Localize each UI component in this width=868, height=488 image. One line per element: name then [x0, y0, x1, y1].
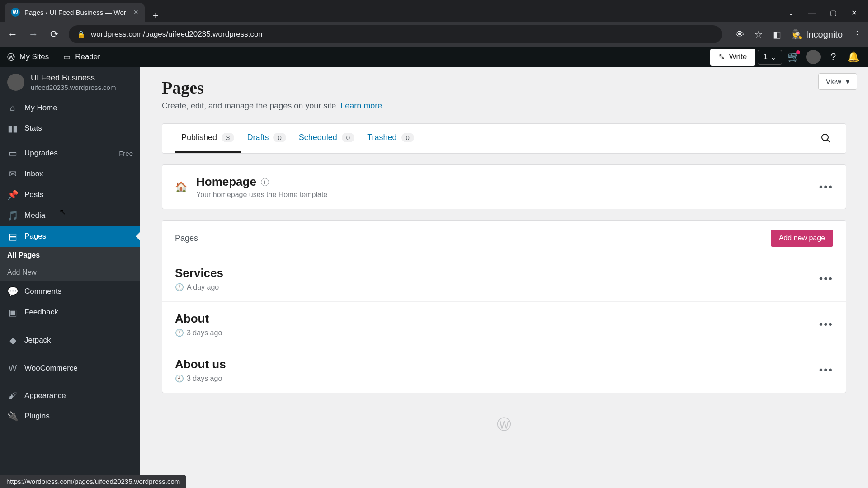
browser-status-bar: https://wordpress.com/pages/uifeed20235.… [0, 475, 186, 488]
page-description: Create, edit, and manage the pages on yo… [162, 101, 846, 111]
my-sites-link[interactable]: Ⓦ My Sites [0, 47, 56, 67]
bell-icon[interactable]: 🔔 [844, 48, 862, 66]
site-switcher[interactable]: UI Feed Business uifeed20235.wordpress.c… [0, 67, 140, 98]
close-tab-icon[interactable]: × [133, 8, 138, 17]
reader-link[interactable]: ▭ Reader [56, 47, 108, 67]
reload-icon[interactable]: ⟳ [48, 28, 61, 40]
sidebar-item-feedback[interactable]: ▣Feedback [0, 302, 140, 323]
info-icon[interactable]: i [261, 178, 269, 186]
url-input[interactable]: 🔒 wordpress.com/pages/uifeed20235.wordpr… [69, 25, 722, 43]
homepage-title: Homepage i [196, 175, 327, 189]
search-icon[interactable] [819, 124, 833, 153]
sidebar-item-posts[interactable]: 📌Posts [0, 184, 140, 205]
svg-line-1 [827, 140, 830, 142]
submenu-add-new[interactable]: Add New [0, 264, 140, 281]
pen-icon: ✎ [718, 52, 725, 62]
url-text: wordpress.com/pages/uifeed20235.wordpres… [91, 30, 265, 39]
account-avatar[interactable] [805, 48, 822, 66]
site-name: UI Feed Business [31, 73, 116, 83]
write-button[interactable]: ✎ Write [710, 49, 755, 66]
new-tab-button[interactable]: + [145, 10, 167, 22]
site-url: uifeed20235.wordpress.com [31, 84, 116, 91]
comments-icon: 💬 [7, 286, 18, 297]
published-count: 3 [222, 133, 234, 142]
incognito-indicator[interactable]: 🕵 Incognito [791, 29, 843, 40]
maximize-icon[interactable]: ▢ [830, 9, 837, 17]
learn-more-link[interactable]: Learn more. [340, 101, 384, 110]
tab-dropdown-icon[interactable]: ⌄ [788, 9, 794, 17]
page-actions-icon[interactable]: ••• [819, 364, 833, 376]
page-row[interactable]: About 🕘3 days ago ••• [162, 302, 846, 347]
tab-trashed[interactable]: Trashed 0 [361, 124, 420, 153]
homepage-subtitle: Your homepage uses the Home template [196, 191, 327, 199]
sidebar-item-pages[interactable]: ▤Pages [0, 226, 140, 247]
window-controls: ⌄ ― ▢ ✕ [788, 9, 868, 22]
tab-drafts[interactable]: Drafts 0 [241, 124, 292, 153]
browser-tab[interactable]: W Pages ‹ UI Feed Business — Wor × [5, 3, 145, 22]
trashed-count: 0 [401, 133, 414, 142]
clock-icon: 🕘 [175, 283, 184, 291]
page-actions-icon[interactable]: ••• [819, 318, 833, 331]
tab-title: Pages ‹ UI Feed Business — Wor [24, 9, 126, 16]
minimize-icon[interactable]: ― [808, 9, 816, 17]
mail-icon: ✉ [7, 169, 18, 179]
sidebar-item-appearance[interactable]: 🖌Appearance [0, 385, 140, 406]
notification-count[interactable]: 1 ⌄ [758, 50, 782, 65]
pages-icon: ▤ [7, 231, 18, 242]
list-header-title: Pages [175, 234, 198, 243]
sidebar-item-my-home[interactable]: ⌂My Home [0, 98, 140, 118]
add-new-page-button[interactable]: Add new page [771, 230, 833, 247]
homepage-panel: 🏠 Homepage i Your homepage uses the Home… [162, 164, 846, 209]
back-icon[interactable]: ← [6, 28, 19, 40]
browser-menu-icon[interactable]: ⋮ [853, 29, 862, 40]
admin-sidebar: UI Feed Business uifeed20235.wordpress.c… [0, 67, 140, 488]
site-icon [7, 74, 24, 91]
pin-icon: 📌 [7, 189, 18, 200]
wordpress-footer-logo: Ⓦ [162, 404, 846, 446]
bookmark-icon[interactable]: ☆ [755, 29, 763, 40]
drafts-count: 0 [273, 133, 286, 142]
browser-address-bar: ← → ⟳ 🔒 wordpress.com/pages/uifeed20235.… [0, 22, 868, 47]
homepage-actions-icon[interactable]: ••• [819, 181, 833, 193]
filter-tabs: Published 3 Drafts 0 Scheduled 0 Trashed… [162, 124, 846, 153]
card-icon: ▭ [7, 148, 18, 159]
lock-icon: 🔒 [77, 30, 85, 38]
divider [7, 141, 133, 141]
clock-icon: 🕘 [175, 328, 184, 337]
plug-icon: 🔌 [7, 411, 18, 422]
browser-tab-strip: W Pages ‹ UI Feed Business — Wor × + ⌄ ―… [0, 0, 868, 22]
tab-scheduled[interactable]: Scheduled 0 [292, 124, 361, 153]
pages-list-header: Pages Add new page [162, 221, 846, 256]
forward-icon[interactable]: → [27, 28, 40, 40]
home-icon: 🏠 [175, 181, 187, 193]
caret-down-icon: ▾ [846, 77, 849, 86]
submenu-all-pages[interactable]: All Pages [0, 247, 140, 264]
sidebar-item-stats[interactable]: ▮▮Stats [0, 118, 140, 139]
eye-off-icon[interactable]: 👁 [736, 29, 745, 40]
sidebar-item-comments[interactable]: 💬Comments [0, 281, 140, 302]
tab-published[interactable]: Published 3 [175, 124, 241, 153]
page-row[interactable]: About us 🕘3 days ago ••• [162, 347, 846, 393]
sidebar-item-jetpack[interactable]: ◆Jetpack [0, 330, 140, 351]
close-window-icon[interactable]: ✕ [851, 9, 857, 17]
reader-icon: ▭ [63, 52, 71, 62]
sidebar-item-upgrades[interactable]: ▭UpgradesFree [0, 143, 140, 164]
page-row[interactable]: Services 🕘A day ago ••• [162, 256, 846, 302]
view-button[interactable]: View ▾ [818, 73, 857, 90]
wordpress-favicon: W [11, 8, 20, 17]
sidebar-item-plugins[interactable]: 🔌Plugins [0, 406, 140, 427]
svg-point-0 [822, 134, 828, 141]
extensions-icon[interactable]: ◧ [773, 29, 781, 40]
brush-icon: 🖌 [7, 390, 18, 401]
cart-icon[interactable]: 🛒 [785, 48, 802, 66]
address-bar-actions: 👁 ☆ ◧ 🕵 Incognito ⋮ [736, 29, 862, 40]
sidebar-item-woocommerce[interactable]: WWooCommerce [0, 358, 140, 378]
upgrades-badge: Free [119, 150, 133, 157]
page-actions-icon[interactable]: ••• [819, 272, 833, 285]
sidebar-item-inbox[interactable]: ✉Inbox [0, 164, 140, 184]
page-row-title: About us [175, 357, 226, 371]
homepage-row[interactable]: 🏠 Homepage i Your homepage uses the Home… [162, 165, 846, 209]
help-icon[interactable]: ? [825, 48, 842, 66]
scheduled-count: 0 [342, 133, 354, 142]
sidebar-item-media[interactable]: 🎵Media [0, 205, 140, 226]
